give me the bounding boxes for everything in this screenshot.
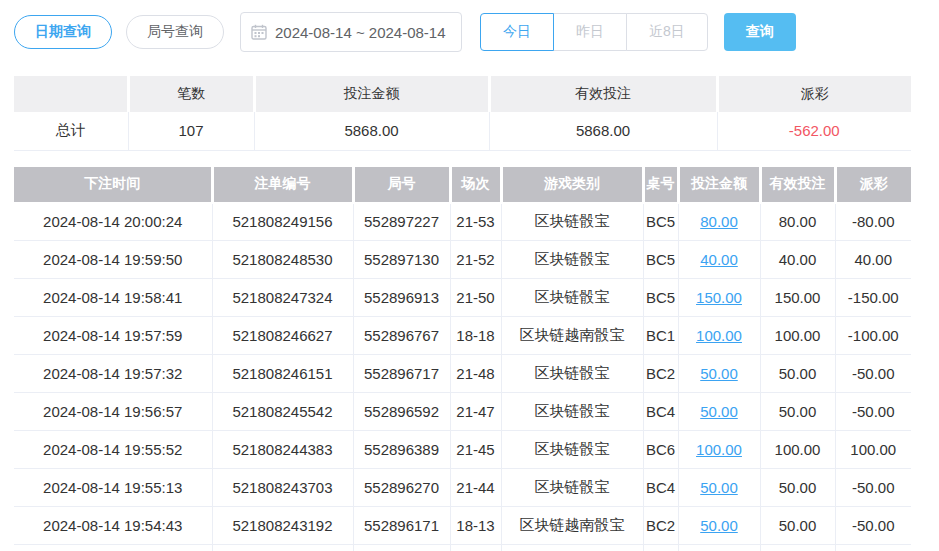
cell-table-no: BC1 <box>643 317 678 355</box>
date-range-input[interactable]: 2024-08-14 ~ 2024-08-14 <box>240 12 462 52</box>
bet-table-header-row: 下注时间 注单编号 局号 场次 游戏类别 桌号 投注金额 有效投注 派彩 <box>14 167 911 203</box>
bet-amount-link[interactable]: 50.00 <box>700 365 738 382</box>
cell-session: 18-13 <box>450 507 501 545</box>
cell-bet-amount: 50.00 <box>678 393 760 431</box>
summary-header-count: 笔数 <box>128 76 254 112</box>
cell-game-type: 区块链骰宝 <box>501 355 643 393</box>
cell-bet-time: 2024-08-14 19:59:50 <box>14 241 212 279</box>
summary-header-row: 笔数 投注金额 有效投注 派彩 <box>14 76 911 112</box>
date-query-button[interactable]: 日期查询 <box>14 15 112 49</box>
cell-valid-bet: 100.00 <box>760 317 835 355</box>
cell-bet-time: 2024-08-14 19:56:57 <box>14 393 212 431</box>
table-row: 2024-08-14 19:57:59 521808246627 5528967… <box>14 317 911 355</box>
table-row: 2024-08-14 19:55:13 521808243703 5528962… <box>14 469 911 507</box>
query-toolbar: 日期查询 局号查询 2024-08-14 ~ 2024-08-14 今日 <box>14 12 939 52</box>
quick-range-group: 今日 昨日 近8日 <box>480 13 708 51</box>
cell-bet-id: 521808246627 <box>212 317 353 355</box>
cell-payout: -50.00 <box>835 469 911 507</box>
cell-valid-bet: 50.00 <box>760 355 835 393</box>
cell-bet-id: 521808248530 <box>212 241 353 279</box>
cell-game-type: 区块链骰宝 <box>501 241 643 279</box>
cell-bet-time: 2024-08-14 19:57:32 <box>14 355 212 393</box>
bet-amount-link[interactable]: 50.00 <box>700 517 738 534</box>
cell-round-id: 552896389 <box>353 431 450 469</box>
header-session: 场次 <box>450 167 501 203</box>
cell-payout: -50.00 <box>835 355 911 393</box>
bet-records-table: 下注时间 注单编号 局号 场次 游戏类别 桌号 投注金额 有效投注 派彩 202… <box>14 167 911 551</box>
cell-payout: 100.00 <box>835 431 911 469</box>
bet-amount-link[interactable]: 80.00 <box>700 213 738 230</box>
cell-bet-id: 521808246151 <box>212 355 353 393</box>
cell-round-id: 552896717 <box>353 355 450 393</box>
bet-amount-link[interactable]: 50.00 <box>700 403 738 420</box>
cell-game-type: 区块链骰宝 <box>501 279 643 317</box>
cell-session: 21-53 <box>450 203 501 241</box>
bet-amount-link[interactable]: 100.00 <box>696 327 742 344</box>
cell-round-id: 552896171 <box>353 507 450 545</box>
cell-valid-bet: 100.00 <box>760 431 835 469</box>
cell-bet-amount: 100.00 <box>678 317 760 355</box>
range-today-button[interactable]: 今日 <box>480 13 554 51</box>
summary-bet-amount-value: 5868.00 <box>254 112 489 150</box>
cell-table-no: BC5 <box>643 279 678 317</box>
cell-bet-time: 2024-08-14 19:54:43 <box>14 507 212 545</box>
summary-table: 笔数 投注金额 有效投注 派彩 总计 107 5868.00 5868.00 -… <box>14 76 911 151</box>
cell-game-type: 区块链骰宝 <box>501 469 643 507</box>
query-submit-button[interactable]: 查询 <box>724 13 796 51</box>
cell-payout: -50.00 <box>835 393 911 431</box>
table-row: 2024-08-14 19:59:50 521808248530 5528971… <box>14 241 911 279</box>
bet-amount-link[interactable]: 50.00 <box>700 479 738 496</box>
summary-header-bet-amount: 投注金额 <box>254 76 489 112</box>
table-row: 2024-08-14 20:00:24 521808249156 5528972… <box>14 203 911 241</box>
cell-game-type: 区块链越南骰宝 <box>501 317 643 355</box>
date-range-value: 2024-08-14 ~ 2024-08-14 <box>275 24 446 41</box>
cell-bet-time: 2024-08-14 19:57:59 <box>14 317 212 355</box>
calendar-icon <box>251 24 267 40</box>
header-bet-id: 注单编号 <box>212 167 353 203</box>
header-payout: 派彩 <box>835 167 911 203</box>
cell-round-id: 552896913 <box>353 279 450 317</box>
cell-table-no: BC2 <box>643 507 678 545</box>
cell-bet-id: 521808243192 <box>212 507 353 545</box>
summary-payout-value: -562.00 <box>717 112 911 150</box>
cell-bet-time: 2024-08-14 20:00:24 <box>14 203 212 241</box>
cell-round-id: 552897227 <box>353 203 450 241</box>
cell-round-id: 552896592 <box>353 393 450 431</box>
bet-amount-link[interactable]: 40.00 <box>700 251 738 268</box>
cell-bet-id: 521808245542 <box>212 393 353 431</box>
header-table-no: 桌号 <box>643 167 678 203</box>
cell-session: 21-45 <box>450 431 501 469</box>
range-yesterday-button[interactable]: 昨日 <box>553 13 627 51</box>
bet-amount-link[interactable]: 100.00 <box>696 441 742 458</box>
cell-valid-bet: 50.00 <box>760 393 835 431</box>
cell-payout: -80.00 <box>835 203 911 241</box>
cell-payout: -50.00 <box>835 507 911 545</box>
cell-table-no: BC4 <box>643 469 678 507</box>
cell-table-no: BC5 <box>643 203 678 241</box>
table-row: 2024-08-14 19:55:52 521808244383 5528963… <box>14 431 911 469</box>
cell-table-no: BC4 <box>643 393 678 431</box>
cell-session: 21-50 <box>450 279 501 317</box>
header-bet-time: 下注时间 <box>14 167 212 203</box>
cell-game-type: 区块链骰宝 <box>501 203 643 241</box>
header-game-type: 游戏类别 <box>501 167 643 203</box>
cell-payout: 40.00 <box>835 241 911 279</box>
table-row-partial <box>14 545 911 551</box>
cell-round-id: 552896767 <box>353 317 450 355</box>
cell-bet-amount: 150.00 <box>678 279 760 317</box>
summary-valid-bet-value: 5868.00 <box>489 112 717 150</box>
table-row: 2024-08-14 19:56:57 521808245542 5528965… <box>14 393 911 431</box>
cell-bet-id: 521808243703 <box>212 469 353 507</box>
cell-bet-amount: 50.00 <box>678 507 760 545</box>
bet-amount-link[interactable]: 150.00 <box>696 289 742 306</box>
cell-bet-id: 521808249156 <box>212 203 353 241</box>
cell-table-no: BC5 <box>643 241 678 279</box>
header-round-id: 局号 <box>353 167 450 203</box>
cell-bet-amount: 40.00 <box>678 241 760 279</box>
range-last8-button[interactable]: 近8日 <box>626 13 708 51</box>
cell-valid-bet: 80.00 <box>760 203 835 241</box>
cell-game-type: 区块链骰宝 <box>501 431 643 469</box>
cell-game-type: 区块链越南骰宝 <box>501 507 643 545</box>
round-query-button[interactable]: 局号查询 <box>126 15 224 49</box>
cell-valid-bet: 50.00 <box>760 507 835 545</box>
